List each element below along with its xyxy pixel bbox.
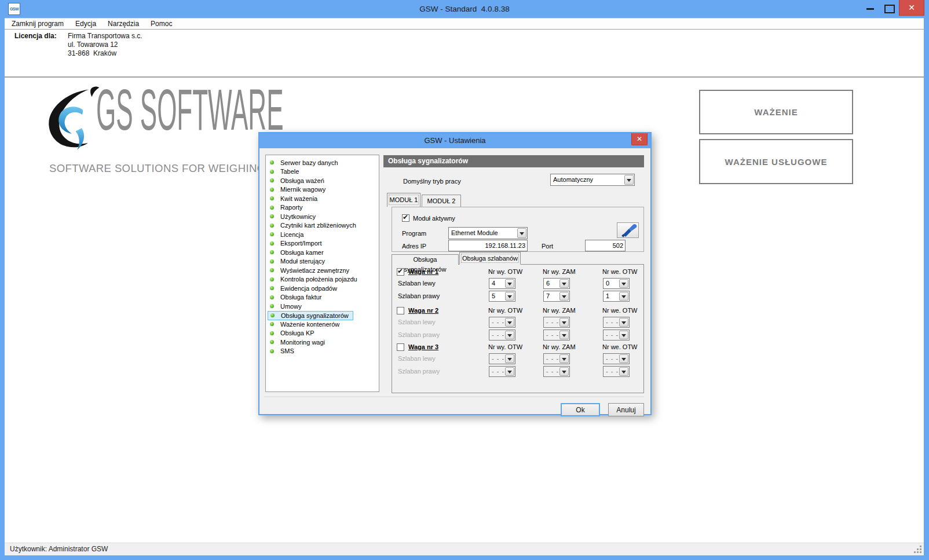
status-user: Użytkownik: Administrator GSW: [10, 545, 108, 553]
sidebar-item[interactable]: Ewidencja odpadów: [268, 284, 341, 292]
szlaban-dropdown[interactable]: - - -: [603, 330, 630, 341]
dropdown-value: 1: [604, 291, 619, 301]
sidebar-item[interactable]: Eksport/Import: [268, 239, 326, 248]
chevron-down-icon[interactable]: [517, 228, 526, 238]
chevron-down-icon[interactable]: [505, 354, 514, 363]
chevron-down-icon[interactable]: [559, 331, 569, 339]
wazenie-uslugowe-button[interactable]: WAŻENIE USŁUGOWE: [699, 139, 853, 184]
chevron-down-icon[interactable]: [505, 292, 514, 301]
szlaban-dropdown[interactable]: - - -: [603, 353, 630, 364]
szlaban-dropdown[interactable]: - - -: [543, 366, 570, 377]
sidebar-item[interactable]: Umowy: [268, 302, 306, 310]
sidebar-item[interactable]: Licencja: [268, 230, 308, 239]
maximize-button[interactable]: [879, 0, 899, 16]
chevron-down-icon[interactable]: [619, 367, 628, 376]
sidebar-item[interactable]: Miernik wagowy: [268, 185, 330, 194]
chevron-down-icon[interactable]: [505, 331, 514, 339]
window-controls: ✕: [862, 0, 924, 16]
bullet-icon: [270, 170, 274, 174]
sidebar-item[interactable]: Raporty: [268, 203, 307, 212]
column-header: Nr wy. ZAM: [543, 307, 576, 314]
sidebar-item[interactable]: Obsługa kamer: [268, 248, 328, 257]
menu-zamknij-program[interactable]: Zamknij program: [5, 19, 70, 29]
column-header: Nr wy. ZAM: [543, 343, 576, 350]
chevron-down-icon[interactable]: [619, 331, 628, 339]
szlaban-dropdown[interactable]: - - -: [489, 330, 515, 341]
chevron-down-icon[interactable]: [619, 354, 628, 363]
sidebar-item[interactable]: Tabele: [268, 167, 303, 176]
resize-grip-icon[interactable]: [920, 551, 921, 553]
chevron-down-icon[interactable]: [505, 318, 514, 327]
szlaban-dropdown[interactable]: 5: [489, 291, 515, 302]
szlaban-dropdown[interactable]: - - -: [489, 366, 515, 377]
minimize-button[interactable]: [862, 0, 879, 16]
license-line-3: 31-868 Kraków: [68, 49, 142, 58]
szlaban-dropdown[interactable]: 7: [543, 291, 570, 302]
waga-checkbox[interactable]: [397, 343, 404, 351]
sidebar-item-label: Obsługa sygnalizatorów: [281, 312, 349, 319]
wazenie-button[interactable]: WAŻENIE: [699, 90, 853, 134]
ok-button[interactable]: Ok: [561, 403, 600, 416]
adres-ip-field[interactable]: [448, 240, 528, 251]
szlaban-dropdown[interactable]: - - -: [543, 330, 570, 341]
sidebar-item[interactable]: Moduł sterujący: [268, 257, 329, 266]
sidebar-item[interactable]: Obsługa sygnalizatorów: [268, 311, 353, 320]
close-button[interactable]: ✕: [899, 0, 924, 16]
tab-obsluga-sygnalizatorow[interactable]: Obsługa sygnalizatorów: [392, 254, 459, 265]
szlaban-dropdown[interactable]: - - -: [489, 317, 515, 328]
chevron-down-icon[interactable]: [505, 367, 514, 376]
menu-pomoc[interactable]: Pomoc: [145, 19, 178, 29]
sidebar-item[interactable]: Obsługa KP: [268, 329, 319, 338]
szlaban-dropdown[interactable]: 1: [603, 291, 630, 302]
chevron-down-icon[interactable]: [559, 318, 569, 327]
sidebar-item[interactable]: Obsługa ważeń: [268, 176, 328, 185]
sidebar-item[interactable]: Ważenie kontenerów: [268, 320, 343, 328]
chevron-down-icon[interactable]: [559, 279, 569, 288]
modul-aktywny-checkbox[interactable]: ✔: [402, 214, 409, 222]
chevron-down-icon[interactable]: [559, 292, 569, 301]
column-header: Nr wy. OTW: [488, 268, 522, 275]
szlaban-dropdown[interactable]: - - -: [489, 353, 515, 364]
szlaban-dropdown[interactable]: - - -: [603, 317, 630, 328]
sidebar-item[interactable]: Kwit ważenia: [268, 194, 321, 203]
gs-software-logo-icon: [42, 85, 104, 159]
sidebar-item[interactable]: SMS: [268, 347, 298, 356]
waga-checkbox[interactable]: [397, 307, 404, 314]
sidebar-item[interactable]: Obsługa faktur: [268, 293, 326, 302]
sidebar-item[interactable]: Serwer bazy danych: [268, 158, 342, 167]
menu-narzedzia[interactable]: Narzędzia: [102, 19, 145, 29]
chevron-down-icon[interactable]: [619, 279, 628, 288]
menu-edycja[interactable]: Edycja: [70, 19, 102, 29]
cancel-button[interactable]: Anuluj: [608, 403, 644, 416]
sidebar-item[interactable]: Użytkownicy: [268, 212, 320, 221]
chevron-down-icon[interactable]: [624, 175, 634, 185]
szlaban-row-label: Szlaban lewy: [398, 319, 436, 325]
sidebar-item[interactable]: Wyświetlacz zewnętrzny: [268, 266, 353, 274]
tab-obsluga-szlabanow[interactable]: Obsługa szlabanów: [459, 252, 521, 265]
sidebar-item[interactable]: Kontrola położenia pojazdu: [268, 275, 361, 284]
sidebar-item[interactable]: Monitoring wagi: [268, 338, 329, 346]
szlaban-dropdown[interactable]: - - -: [543, 353, 570, 364]
dropdown-value: - - -: [604, 367, 619, 376]
program-dropdown[interactable]: Ethernet Module: [448, 227, 528, 239]
chevron-down-icon[interactable]: [559, 367, 569, 376]
bullet-icon: [270, 224, 274, 228]
sidebar-item-label: SMS: [280, 347, 294, 354]
szlaban-dropdown[interactable]: - - -: [603, 366, 630, 377]
waga-checkbox[interactable]: ✔: [397, 268, 404, 276]
szlaban-dropdown[interactable]: 0: [603, 278, 630, 289]
connection-test-button[interactable]: [617, 222, 639, 238]
chevron-down-icon[interactable]: [619, 292, 628, 301]
chevron-down-icon[interactable]: [559, 354, 569, 363]
szlaban-dropdown[interactable]: 4: [489, 278, 515, 289]
default-mode-dropdown[interactable]: Automatyczny: [550, 174, 635, 186]
chevron-down-icon[interactable]: [505, 279, 514, 288]
tab-modul-2[interactable]: MODUŁ 2: [422, 195, 461, 207]
dialog-close-button[interactable]: ✕: [631, 133, 648, 145]
port-field[interactable]: [585, 240, 626, 251]
sidebar-item[interactable]: Czytniki kart zbliżeniowych: [268, 221, 360, 230]
szlaban-dropdown[interactable]: - - -: [543, 317, 570, 328]
szlaban-dropdown[interactable]: 6: [543, 278, 570, 289]
chevron-down-icon[interactable]: [619, 318, 628, 327]
tab-modul-1[interactable]: MODUŁ 1: [387, 193, 420, 207]
